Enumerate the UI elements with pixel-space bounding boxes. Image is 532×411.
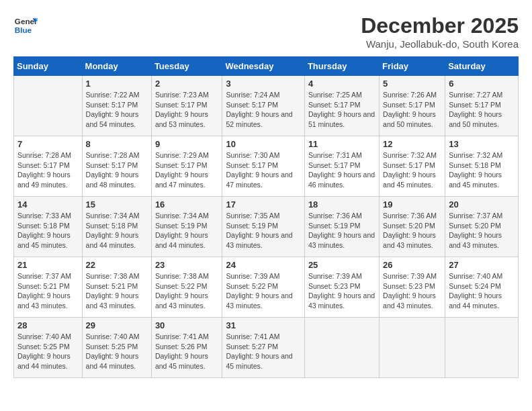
day-number: 23 (155, 260, 219, 270)
day-info: Sunrise: 7:24 AM Sunset: 5:17 PM Dayligh… (226, 90, 300, 130)
day-number: 5 (383, 79, 441, 89)
day-number: 30 (155, 320, 219, 330)
day-info: Sunrise: 7:41 AM Sunset: 5:26 PM Dayligh… (155, 332, 219, 371)
day-number: 4 (308, 79, 375, 89)
location: Wanju, Jeollabuk-do, South Korea (361, 38, 519, 50)
page-header: General Blue December 2025 Wanju, Jeolla… (13, 13, 519, 50)
header-wednesday: Wednesday (222, 57, 304, 76)
header-tuesday: Tuesday (151, 57, 222, 76)
day-number: 21 (17, 260, 79, 270)
header-monday: Monday (82, 57, 151, 76)
calendar-cell (380, 318, 445, 378)
calendar-cell: 9Sunrise: 7:29 AM Sunset: 5:17 PM Daylig… (151, 136, 222, 197)
day-info: Sunrise: 7:38 AM Sunset: 5:21 PM Dayligh… (86, 271, 148, 311)
day-number: 25 (308, 260, 375, 270)
day-info: Sunrise: 7:38 AM Sunset: 5:22 PM Dayligh… (155, 271, 219, 311)
day-info: Sunrise: 7:28 AM Sunset: 5:17 PM Dayligh… (86, 150, 148, 190)
day-info: Sunrise: 7:34 AM Sunset: 5:19 PM Dayligh… (155, 211, 219, 250)
day-info: Sunrise: 7:29 AM Sunset: 5:17 PM Dayligh… (155, 150, 219, 190)
calendar-cell: 24Sunrise: 7:39 AM Sunset: 5:22 PM Dayli… (222, 257, 304, 318)
day-info: Sunrise: 7:34 AM Sunset: 5:18 PM Dayligh… (86, 211, 148, 250)
day-number: 12 (383, 139, 441, 149)
calendar-cell: 30Sunrise: 7:41 AM Sunset: 5:26 PM Dayli… (151, 318, 222, 378)
header-saturday: Saturday (445, 57, 519, 76)
day-number: 17 (226, 199, 300, 210)
day-number: 10 (226, 139, 300, 149)
day-info: Sunrise: 7:40 AM Sunset: 5:24 PM Dayligh… (449, 271, 515, 311)
week-row-3: 14Sunrise: 7:33 AM Sunset: 5:18 PM Dayli… (14, 197, 519, 257)
day-number: 8 (86, 139, 148, 149)
calendar-cell: 27Sunrise: 7:40 AM Sunset: 5:24 PM Dayli… (445, 257, 519, 318)
day-number: 6 (449, 79, 515, 89)
calendar-cell: 1Sunrise: 7:22 AM Sunset: 5:17 PM Daylig… (82, 76, 151, 136)
calendar-cell: 29Sunrise: 7:40 AM Sunset: 5:25 PM Dayli… (82, 318, 151, 378)
calendar-cell: 7Sunrise: 7:28 AM Sunset: 5:17 PM Daylig… (14, 136, 83, 197)
week-row-2: 7Sunrise: 7:28 AM Sunset: 5:17 PM Daylig… (14, 136, 519, 197)
day-info: Sunrise: 7:40 AM Sunset: 5:25 PM Dayligh… (17, 332, 79, 371)
calendar-cell: 4Sunrise: 7:25 AM Sunset: 5:17 PM Daylig… (304, 76, 379, 136)
day-number: 28 (17, 320, 79, 330)
day-number: 11 (308, 139, 375, 149)
calendar-cell: 10Sunrise: 7:30 AM Sunset: 5:17 PM Dayli… (222, 136, 304, 197)
day-number: 24 (226, 260, 300, 270)
calendar-cell: 14Sunrise: 7:33 AM Sunset: 5:18 PM Dayli… (14, 197, 83, 257)
day-info: Sunrise: 7:26 AM Sunset: 5:17 PM Dayligh… (383, 90, 441, 130)
calendar-cell: 17Sunrise: 7:35 AM Sunset: 5:19 PM Dayli… (222, 197, 304, 257)
calendar-cell: 26Sunrise: 7:39 AM Sunset: 5:23 PM Dayli… (380, 257, 445, 318)
day-info: Sunrise: 7:39 AM Sunset: 5:23 PM Dayligh… (308, 271, 375, 311)
day-info: Sunrise: 7:23 AM Sunset: 5:17 PM Dayligh… (155, 90, 219, 130)
day-number: 20 (449, 199, 515, 210)
calendar-cell: 20Sunrise: 7:37 AM Sunset: 5:20 PM Dayli… (445, 197, 519, 257)
calendar-cell: 28Sunrise: 7:40 AM Sunset: 5:25 PM Dayli… (14, 318, 83, 378)
calendar-cell: 23Sunrise: 7:38 AM Sunset: 5:22 PM Dayli… (151, 257, 222, 318)
day-number: 22 (86, 260, 148, 270)
day-info: Sunrise: 7:22 AM Sunset: 5:17 PM Dayligh… (86, 90, 148, 130)
day-number: 18 (308, 199, 375, 210)
day-info: Sunrise: 7:41 AM Sunset: 5:27 PM Dayligh… (226, 332, 300, 371)
header-thursday: Thursday (304, 57, 379, 76)
calendar-cell: 6Sunrise: 7:27 AM Sunset: 5:17 PM Daylig… (445, 76, 519, 136)
day-info: Sunrise: 7:25 AM Sunset: 5:17 PM Dayligh… (308, 90, 375, 130)
week-row-4: 21Sunrise: 7:37 AM Sunset: 5:21 PM Dayli… (14, 257, 519, 318)
day-info: Sunrise: 7:33 AM Sunset: 5:18 PM Dayligh… (17, 211, 79, 250)
logo-icon: General Blue (13, 13, 38, 38)
day-info: Sunrise: 7:39 AM Sunset: 5:22 PM Dayligh… (226, 271, 300, 311)
calendar-table: SundayMondayTuesdayWednesdayThursdayFrid… (13, 56, 519, 378)
calendar-header-row: SundayMondayTuesdayWednesdayThursdayFrid… (14, 57, 519, 76)
day-info: Sunrise: 7:32 AM Sunset: 5:18 PM Dayligh… (449, 150, 515, 190)
day-info: Sunrise: 7:28 AM Sunset: 5:17 PM Dayligh… (17, 150, 79, 190)
day-info: Sunrise: 7:36 AM Sunset: 5:20 PM Dayligh… (383, 211, 441, 250)
day-info: Sunrise: 7:30 AM Sunset: 5:17 PM Dayligh… (226, 150, 300, 190)
calendar-cell: 15Sunrise: 7:34 AM Sunset: 5:18 PM Dayli… (82, 197, 151, 257)
calendar-cell (445, 318, 519, 378)
day-info: Sunrise: 7:32 AM Sunset: 5:17 PM Dayligh… (383, 150, 441, 190)
day-number: 9 (155, 139, 219, 149)
day-info: Sunrise: 7:39 AM Sunset: 5:23 PM Dayligh… (383, 271, 441, 311)
calendar-cell: 31Sunrise: 7:41 AM Sunset: 5:27 PM Dayli… (222, 318, 304, 378)
day-number: 27 (449, 260, 515, 270)
calendar-cell: 21Sunrise: 7:37 AM Sunset: 5:21 PM Dayli… (14, 257, 83, 318)
day-number: 14 (17, 199, 79, 210)
calendar-cell: 5Sunrise: 7:26 AM Sunset: 5:17 PM Daylig… (380, 76, 445, 136)
day-number: 2 (155, 79, 219, 89)
day-number: 1 (86, 79, 148, 89)
calendar-cell: 16Sunrise: 7:34 AM Sunset: 5:19 PM Dayli… (151, 197, 222, 257)
calendar-cell: 8Sunrise: 7:28 AM Sunset: 5:17 PM Daylig… (82, 136, 151, 197)
day-number: 16 (155, 199, 219, 210)
day-number: 26 (383, 260, 441, 270)
day-info: Sunrise: 7:27 AM Sunset: 5:17 PM Dayligh… (449, 90, 515, 130)
week-row-1: 1Sunrise: 7:22 AM Sunset: 5:17 PM Daylig… (14, 76, 519, 136)
day-info: Sunrise: 7:37 AM Sunset: 5:21 PM Dayligh… (17, 271, 79, 311)
header-sunday: Sunday (14, 57, 83, 76)
day-info: Sunrise: 7:31 AM Sunset: 5:17 PM Dayligh… (308, 150, 375, 190)
day-number: 31 (226, 320, 300, 330)
title-block: December 2025 Wanju, Jeollabuk-do, South… (361, 13, 519, 50)
calendar-cell: 18Sunrise: 7:36 AM Sunset: 5:19 PM Dayli… (304, 197, 379, 257)
svg-text:Blue: Blue (15, 26, 32, 34)
header-friday: Friday (380, 57, 445, 76)
svg-text:General: General (15, 17, 38, 26)
day-info: Sunrise: 7:40 AM Sunset: 5:25 PM Dayligh… (86, 332, 148, 371)
calendar-cell: 11Sunrise: 7:31 AM Sunset: 5:17 PM Dayli… (304, 136, 379, 197)
calendar-cell (14, 76, 83, 136)
day-info: Sunrise: 7:37 AM Sunset: 5:20 PM Dayligh… (449, 211, 515, 250)
